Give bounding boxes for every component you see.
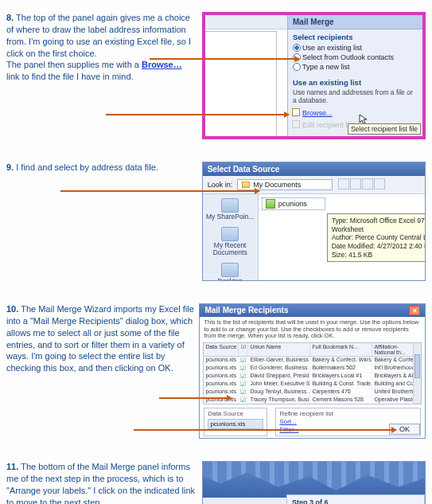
- browse-link-text: Browse…: [142, 60, 182, 69]
- toolbar-buttons[interactable]: [337, 178, 385, 191]
- file-tooltip: Type: Microsoft Office Excel 97-2003 Wor…: [327, 213, 426, 262]
- table-row[interactable]: pcunions.xlsJohn Meier, Executive S...Bu…: [204, 381, 421, 389]
- table-row[interactable]: pcunions.xlsDavid Sheppard, Presid...Bri…: [204, 373, 421, 381]
- wizard-step-panel: Step 3 of 6 Next: Arrange your labels Pr…: [286, 494, 425, 504]
- file-list: pcunions Type: Microsoft Office Excel 97…: [259, 194, 425, 281]
- folder-icon: [242, 182, 250, 188]
- use-existing-heading: Use an existing list: [288, 75, 422, 88]
- table-row[interactable]: pcunions.xlsEd Gonderer, Business ...Boi…: [204, 365, 421, 373]
- arrow-to-file: [60, 190, 259, 192]
- data-source-item[interactable]: pcunions.xls: [208, 419, 263, 429]
- browse-icon: [292, 108, 300, 116]
- table-row[interactable]: pcunions.xlsTracey Thompson, Busi...Ceme…: [204, 397, 421, 404]
- arrow-to-checkbox: [159, 397, 232, 399]
- data-source-box: Data Source pcunions.xls: [204, 408, 267, 436]
- recipients-table: Data Source ☑ Union Name Full Bookmark N…: [203, 342, 422, 404]
- dialog-note: This is the list of recipients that will…: [200, 317, 425, 342]
- places-bar: My SharePoin... My Recent Documents Desk…: [203, 194, 259, 281]
- col-full[interactable]: Full Bookmark N...: [310, 343, 372, 356]
- table-row[interactable]: pcunions.xlsEliber-Garver, Business ...B…: [204, 357, 421, 365]
- arrow-to-browse: [106, 114, 289, 115]
- option-existing-list[interactable]: Use an existing list: [288, 43, 422, 53]
- step8-description: 8. The top of the panel again gives me a…: [6, 12, 197, 139]
- step10-description: 10. The Mail Merge Wizard imports my Exc…: [6, 303, 194, 439]
- tooltip: Select recipient list file: [348, 123, 421, 135]
- step8-text-a: The top of the panel again gives me a ch…: [6, 13, 191, 58]
- place-recent[interactable]: My Recent Documents: [204, 227, 256, 256]
- screenshot-9: Select Data Source Look in: My Documents…: [202, 162, 426, 281]
- arrow-to-option: [150, 58, 299, 60]
- arrow-to-ok: [134, 429, 396, 431]
- use-existing-sub: Use names and addresses from a file or a…: [288, 88, 422, 107]
- screenshot-11: Step 3 of 6 Next: Arrange your labels Pr…: [202, 461, 426, 504]
- scrollbar[interactable]: [413, 343, 421, 404]
- step10-text: The Mail Merge Wizard imports my Excel f…: [6, 304, 194, 373]
- dialog-title-bar: Mail Merge Recipients✕: [200, 304, 425, 317]
- panel-title: Mail Merge: [288, 15, 422, 29]
- step9-text: I find and select by address data file.: [16, 162, 158, 172]
- step-counter: Step 3 of 6: [287, 495, 424, 504]
- option-outlook[interactable]: Select from Outlook contacts: [288, 53, 422, 62]
- step11-text: The bottom of the Mail Merge panel infor…: [6, 462, 195, 504]
- screenshot-8: Mail Merge Select recipients Use an exis…: [202, 12, 426, 139]
- step9-number: 9.: [6, 162, 14, 172]
- step8-text-c: link to find the file I have in mind.: [6, 72, 134, 81]
- step11-description: 11. The bottom of the Mail Merge panel i…: [6, 461, 197, 504]
- screenshot-10: Mail Merge Recipients✕ This is the list …: [199, 303, 426, 439]
- col-union[interactable]: Union Name: [248, 343, 310, 356]
- select-recipients-heading: Select recipients: [288, 29, 422, 43]
- browse-link[interactable]: Browse...: [288, 107, 422, 119]
- lookin-label: Look in:: [208, 181, 233, 189]
- step9-description: 9. I find and select by address data fil…: [6, 162, 197, 281]
- close-icon[interactable]: ✕: [409, 306, 420, 315]
- mail-merge-panel: Mail Merge Select recipients Use an exis…: [287, 15, 422, 136]
- excel-icon: [266, 199, 275, 209]
- step10-number: 10.: [6, 304, 18, 314]
- file-pcunions[interactable]: pcunions: [262, 197, 325, 210]
- step11-number: 11.: [6, 462, 18, 471]
- step8-text-b: The panel then supplies me with a: [6, 60, 142, 69]
- place-sharepoint[interactable]: My SharePoin...: [204, 198, 256, 221]
- table-row[interactable]: pcunions.xlsDoug Tenbyl, Business ...Car…: [204, 389, 421, 397]
- col-datasource[interactable]: Data Source: [204, 343, 239, 356]
- lookin-dropdown[interactable]: My Documents: [237, 179, 333, 190]
- step8-number: 8.: [6, 13, 14, 22]
- col-checkbox[interactable]: ☑: [239, 343, 248, 356]
- edit-icon: [292, 120, 300, 128]
- place-desktop[interactable]: Desktop: [204, 263, 256, 281]
- dialog-title: Select Data Source: [203, 162, 425, 176]
- option-new-list[interactable]: Type a new list: [288, 62, 422, 72]
- document-area: [205, 31, 277, 136]
